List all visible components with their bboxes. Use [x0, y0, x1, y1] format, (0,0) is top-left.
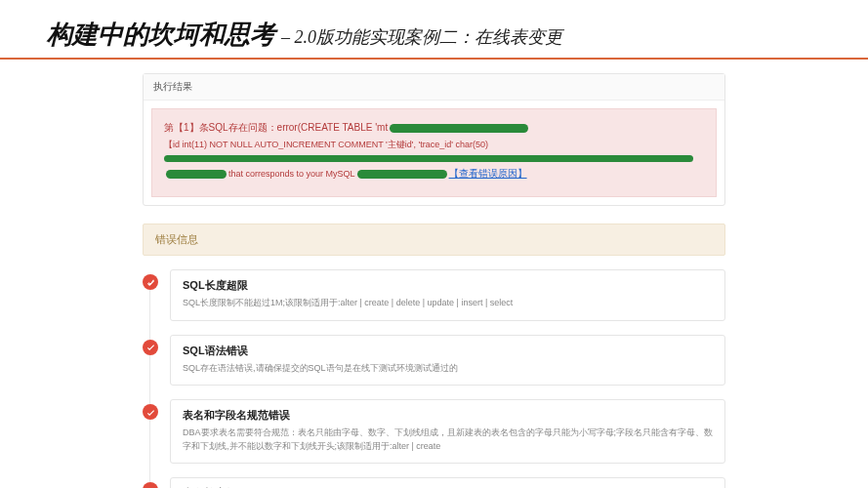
redaction-mark [391, 125, 527, 132]
exec-frag-notnull: 【id int(11) NOT NULL AUTO_INCREMENT COMM… [164, 137, 488, 152]
exec-result-panel: 执行结果 第【1】条SQL存在问题： error(CREATE TABLE 'm… [143, 73, 725, 206]
error-card: 表名和字段名规范错误 DBA要求表名需要符合规范：表名只能由字母、数字、下划线组… [170, 399, 725, 464]
error-item: 表名长度超限 为了兼容后台相关的工具,要求表名的长度不能超过50个字符;该限制适… [170, 477, 725, 488]
timeline-line [149, 277, 150, 488]
error-icon [143, 340, 158, 355]
exec-frag-corresponds: that corresponds to your MySQL [228, 166, 355, 182]
error-title: 表名和字段名规范错误 [183, 408, 713, 423]
error-icon [143, 404, 158, 420]
redaction-mark [167, 171, 226, 178]
error-item: SQL语法错误 SQL存在语法错误,请确保提交的SQL语句是在线下测试环境测试通… [170, 335, 725, 386]
error-card: 表名长度超限 为了兼容后台相关的工具,要求表名的长度不能超过50个字符;该限制适… [170, 477, 725, 488]
error-list: SQL长度超限 SQL长度限制不能超过1M;该限制适用于:alter | cre… [143, 269, 725, 488]
redaction-mark [358, 171, 446, 178]
exec-line-3: that corresponds to your MySQL 【查看错误原因】 [164, 165, 704, 183]
exec-frag-create: error(CREATE TABLE 'mt [277, 119, 389, 137]
error-info-heading: 错误信息 [143, 224, 725, 256]
error-title: SQL语法错误 [183, 344, 713, 358]
error-icon [143, 274, 158, 290]
title-main: 构建中的坎坷和思考 [47, 18, 275, 52]
error-desc: SQL长度限制不能超过1M;该限制适用于:alter | create | de… [183, 297, 713, 310]
error-desc: SQL存在语法错误,请确保提交的SQL语句是在线下测试环境测试通过的 [183, 362, 713, 376]
error-info-section: 错误信息 SQL长度超限 SQL长度限制不能超过1M;该限制适用于:alter … [143, 224, 725, 488]
error-card: SQL长度超限 SQL长度限制不能超过1M;该限制适用于:alter | cre… [170, 269, 725, 321]
slide-header: 构建中的坎坷和思考 – 2.0版功能实现案例二：在线表变更 [0, 0, 868, 60]
content-area: 执行结果 第【1】条SQL存在问题： error(CREATE TABLE 'm… [0, 60, 868, 488]
error-icon [143, 482, 158, 488]
exec-result-body: 第【1】条SQL存在问题： error(CREATE TABLE 'mt 【id… [151, 108, 717, 197]
error-item: SQL长度超限 SQL长度限制不能超过1M;该限制适用于:alter | cre… [170, 269, 725, 321]
title-sub: – 2.0版功能实现案例二：在线表变更 [281, 25, 562, 49]
redaction-mark [164, 155, 693, 162]
exec-prefix: 第【1】条SQL存在问题： [164, 119, 277, 137]
exec-line-1: 第【1】条SQL存在问题： error(CREATE TABLE 'mt 【id… [164, 119, 704, 152]
error-item: 表名和字段名规范错误 DBA要求表名需要符合规范：表名只能由字母、数字、下划线组… [170, 399, 725, 464]
view-error-reason-link[interactable]: 【查看错误原因】 [449, 165, 527, 183]
error-card: SQL语法错误 SQL存在语法错误,请确保提交的SQL语句是在线下测试环境测试通… [170, 335, 725, 386]
error-title: SQL长度超限 [183, 278, 713, 293]
error-desc: DBA要求表名需要符合规范：表名只能由字母、数字、下划线组成，且新建表的表名包含… [183, 427, 713, 453]
exec-result-title: 执行结果 [144, 74, 724, 101]
